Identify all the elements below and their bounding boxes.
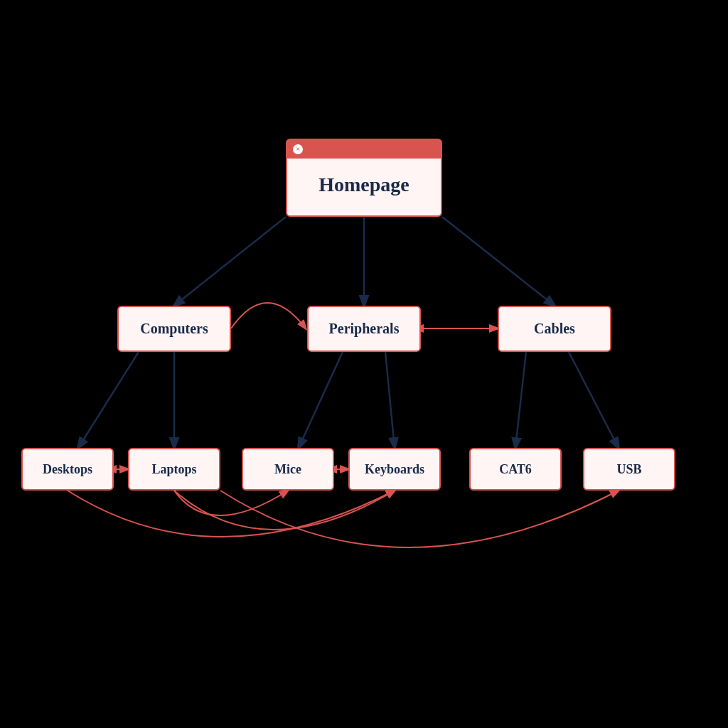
desktops-label: Desktops xyxy=(43,462,92,477)
close-button[interactable]: × xyxy=(293,144,303,154)
keyboards-node[interactable]: Keyboards xyxy=(348,448,441,491)
svg-line-7 xyxy=(385,352,395,448)
keyboards-label: Keyboards xyxy=(365,462,424,477)
svg-line-9 xyxy=(569,352,619,448)
titlebar: × xyxy=(287,140,441,159)
homepage-node[interactable]: × Homepage xyxy=(286,139,442,217)
computers-node[interactable]: Computers xyxy=(117,306,231,352)
laptops-label: Laptops xyxy=(151,462,196,477)
usb-node[interactable]: USB xyxy=(583,448,675,491)
cat6-label: CAT6 xyxy=(499,462,532,477)
cat6-node[interactable]: CAT6 xyxy=(469,448,562,491)
connection-lines xyxy=(0,0,728,728)
diagram-canvas: × Homepage Computers Peripherals Cables … xyxy=(0,0,728,728)
mice-label: Mice xyxy=(274,462,301,477)
laptops-node[interactable]: Laptops xyxy=(128,448,220,491)
svg-line-6 xyxy=(299,352,343,448)
desktops-node[interactable]: Desktops xyxy=(21,448,114,491)
computers-label: Computers xyxy=(140,321,208,337)
svg-line-8 xyxy=(515,352,526,448)
cables-node[interactable]: Cables xyxy=(498,306,611,352)
mice-node[interactable]: Mice xyxy=(242,448,334,491)
svg-line-2 xyxy=(442,217,555,306)
peripherals-label: Peripherals xyxy=(329,321,400,337)
svg-line-0 xyxy=(174,217,286,306)
homepage-label: Homepage xyxy=(318,173,410,196)
peripherals-node[interactable]: Peripherals xyxy=(307,306,421,352)
svg-line-4 xyxy=(78,352,139,448)
cables-label: Cables xyxy=(534,321,575,337)
usb-label: USB xyxy=(616,462,641,477)
